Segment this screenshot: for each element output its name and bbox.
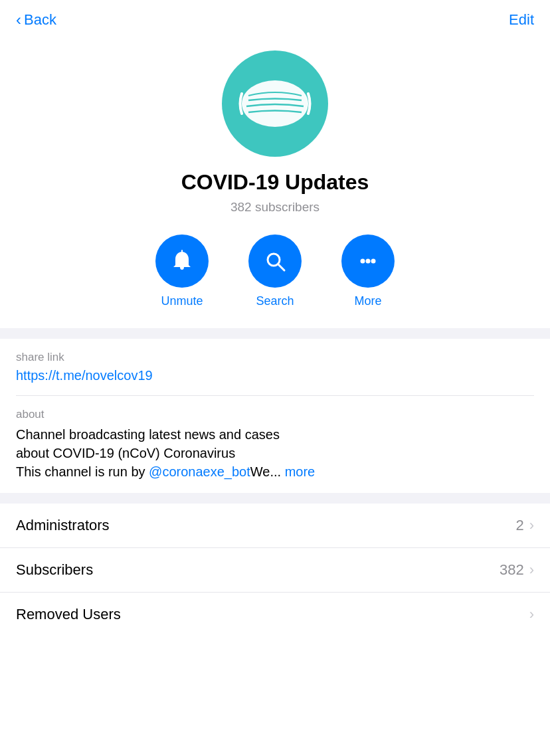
share-link-row: share link https://t.me/novelcov19 xyxy=(16,339,534,396)
back-button[interactable]: ‹ Back xyxy=(16,11,56,29)
about-line2: about COVID-19 (nCoV) Coronavirus xyxy=(16,446,235,460)
subscribers-chevron-icon: › xyxy=(529,561,534,579)
section-separator xyxy=(0,328,550,339)
back-label: Back xyxy=(24,11,56,29)
search-button[interactable]: Search xyxy=(248,235,302,308)
edit-button[interactable]: Edit xyxy=(509,11,534,29)
more-dots-icon xyxy=(355,248,381,274)
about-text: Channel broadcasting latest news and cas… xyxy=(16,425,534,481)
svg-rect-1 xyxy=(181,250,183,252)
bell-icon xyxy=(169,248,195,274)
removed-users-label: Removed Users xyxy=(16,606,121,623)
unmute-button[interactable]: Unmute xyxy=(155,235,209,308)
profile-section: COVID-19 Updates 382 subscribers Unmute xyxy=(0,37,550,328)
removed-users-chevron-icon: › xyxy=(529,606,534,623)
about-line3: This channel is run by xyxy=(16,464,149,479)
subscriber-count: 382 subscribers xyxy=(230,200,320,215)
share-link-url[interactable]: https://t.me/novelcov19 xyxy=(16,368,153,383)
search-btn-circle xyxy=(248,235,302,288)
list-section: Administrators 2 › Subscribers 382 › Rem… xyxy=(0,504,550,636)
administrators-chevron-icon: › xyxy=(529,517,534,534)
more-label: More xyxy=(354,294,381,308)
nav-bar: ‹ Back Edit xyxy=(0,0,550,37)
administrators-count: 2 xyxy=(515,517,523,534)
administrators-right: 2 › xyxy=(515,517,534,534)
svg-point-5 xyxy=(366,259,371,264)
about-suffix: We... xyxy=(250,464,281,479)
unmute-label: Unmute xyxy=(161,294,203,308)
unmute-btn-circle xyxy=(155,235,209,288)
about-label: about xyxy=(16,408,534,421)
info-section: share link https://t.me/novelcov19 about… xyxy=(0,339,550,493)
about-more-link[interactable]: more xyxy=(285,464,316,479)
removed-users-right: › xyxy=(524,606,534,623)
subscribers-right: 382 › xyxy=(500,561,534,579)
more-button[interactable]: More xyxy=(341,235,395,308)
svg-line-3 xyxy=(278,264,284,270)
mask-icon xyxy=(238,77,312,130)
about-line1: Channel broadcasting latest news and cas… xyxy=(16,427,280,442)
channel-name: COVID-19 Updates xyxy=(181,170,369,195)
back-arrow-icon: ‹ xyxy=(16,11,21,29)
administrators-row[interactable]: Administrators 2 › xyxy=(0,504,550,548)
action-buttons: Unmute Search More xyxy=(13,235,537,308)
list-separator xyxy=(0,493,550,504)
avatar xyxy=(222,50,328,157)
search-icon xyxy=(262,248,288,274)
edit-label: Edit xyxy=(509,11,534,28)
about-mention[interactable]: @coronaexe_bot xyxy=(149,464,250,479)
svg-point-6 xyxy=(371,259,376,264)
subscribers-row[interactable]: Subscribers 382 › xyxy=(0,548,550,593)
share-link-label: share link xyxy=(16,351,534,364)
svg-point-4 xyxy=(361,259,365,264)
search-label: Search xyxy=(256,294,294,308)
administrators-label: Administrators xyxy=(16,517,110,534)
more-btn-circle xyxy=(341,235,395,288)
subscribers-count: 382 xyxy=(500,561,524,579)
about-row: about Channel broadcasting latest news a… xyxy=(16,396,534,493)
removed-users-row[interactable]: Removed Users › xyxy=(0,593,550,636)
subscribers-label: Subscribers xyxy=(16,561,93,579)
